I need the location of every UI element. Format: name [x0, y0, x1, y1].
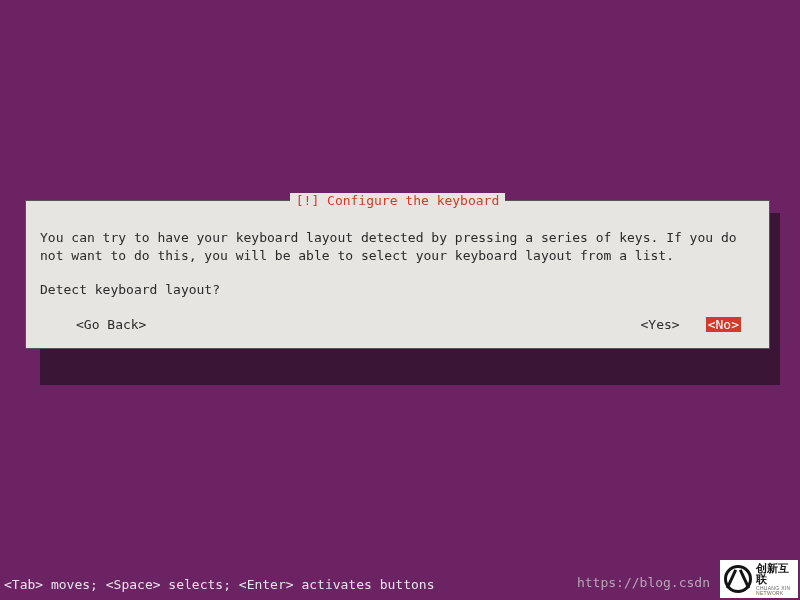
watermark-logo: 创新互联 CHUANG XIN NETWORK	[720, 560, 798, 598]
logo-main-text: 创新互联	[756, 563, 794, 585]
dialog-body-text: You can try to have your keyboard layout…	[40, 229, 755, 264]
yes-button[interactable]: <Yes>	[641, 317, 680, 332]
dialog-button-row: <Go Back> <Yes> <No>	[40, 317, 755, 332]
no-button[interactable]: <No>	[706, 317, 741, 332]
go-back-button[interactable]: <Go Back>	[76, 317, 146, 332]
help-bar: <Tab> moves; <Space> selects; <Enter> ac…	[4, 577, 434, 592]
dialog-title: [!] Configure the keyboard	[290, 193, 506, 208]
watermark-url: https://blog.csdn	[577, 575, 710, 590]
logo-sub-text: CHUANG XIN NETWORK	[756, 586, 794, 596]
logo-mark-icon	[724, 565, 752, 593]
dialog-question: Detect keyboard layout?	[40, 282, 755, 297]
configure-keyboard-dialog: [!] Configure the keyboard You can try t…	[25, 200, 770, 349]
